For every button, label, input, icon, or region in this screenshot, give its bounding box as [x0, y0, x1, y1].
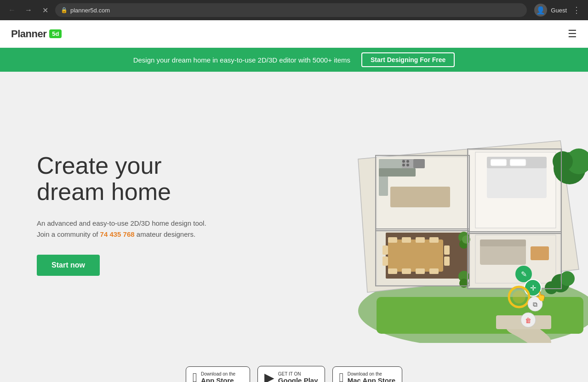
- svg-rect-24: [388, 268, 397, 274]
- lock-icon: 🔒: [61, 7, 68, 13]
- svg-point-48: [553, 151, 573, 171]
- hero-subtitle: An advanced and easy-to-use 2D/3D home d…: [37, 218, 216, 240]
- svg-rect-18: [390, 187, 450, 207]
- hero-image: 6,2 m 8 m 5,2 m 3,5 m ✎ ✛ ⧉: [285, 86, 588, 352]
- hero-subtitle-line2-prefix: Join a community of: [37, 230, 100, 238]
- logo-text: Planner: [11, 28, 46, 40]
- google-play-line2: Google Play: [278, 376, 318, 382]
- svg-point-14: [402, 160, 405, 163]
- svg-rect-12: [413, 159, 425, 168]
- promo-banner: Design your dream home in easy-to-use 2D…: [0, 48, 588, 72]
- hero-subtitle-line2-suffix: amateur designers.: [135, 230, 196, 238]
- svg-rect-36: [510, 159, 526, 166]
- svg-rect-10: [379, 159, 388, 196]
- hero-community-count: 74 435 768: [100, 230, 135, 238]
- browser-right-controls: 👤 Guest ⋮: [534, 3, 582, 17]
- svg-rect-26: [416, 268, 425, 274]
- svg-rect-23: [429, 237, 439, 243]
- svg-rect-28: [382, 245, 388, 255]
- browser-menu-button[interactable]: ⋮: [571, 3, 582, 17]
- mac-apple-icon: : [339, 371, 344, 382]
- svg-point-17: [406, 164, 409, 166]
- app-store-line2: App Store: [201, 376, 235, 382]
- site-nav: Planner 5d ☰: [0, 20, 588, 48]
- svg-point-15: [406, 160, 409, 163]
- svg-rect-30: [444, 245, 450, 255]
- svg-rect-25: [402, 268, 411, 274]
- svg-point-51: [545, 281, 558, 294]
- google-play-badge[interactable]: ▶ GET IT ON Google Play: [257, 366, 325, 382]
- svg-rect-39: [480, 239, 526, 246]
- svg-rect-35: [491, 159, 507, 166]
- close-button[interactable]: ✕: [39, 4, 51, 17]
- svg-rect-29: [382, 257, 388, 266]
- user-avatar[interactable]: 👤: [534, 4, 547, 17]
- hamburger-menu[interactable]: ☰: [568, 28, 577, 40]
- house-floorplan-svg: 6,2 m 8 m 5,2 m 3,5 m ✎ ✛ ⧉: [285, 86, 588, 343]
- svg-point-69: [513, 291, 525, 303]
- mac-app-store-badge[interactable]:  Download on the Mac App Store: [332, 366, 403, 382]
- svg-text:🗑: 🗑: [525, 317, 531, 324]
- forward-button[interactable]: →: [22, 4, 35, 17]
- svg-rect-11: [379, 168, 416, 177]
- app-store-line1: Download on the: [201, 371, 235, 376]
- mac-app-store-line2: Mac App Store: [348, 376, 395, 382]
- browser-chrome: ← → ✕ 🔒 planner5d.com 👤 Guest ⋮: [0, 0, 588, 20]
- svg-rect-1: [377, 297, 583, 334]
- google-play-line1: GET IT ON: [278, 371, 318, 376]
- guest-label: Guest: [551, 7, 567, 14]
- svg-point-16: [402, 164, 405, 166]
- svg-rect-40: [531, 246, 549, 260]
- svg-point-50: [560, 271, 575, 286]
- address-bar[interactable]: 🔒 planner5d.com: [55, 3, 527, 17]
- app-badges-section:  Download on the App Store ▶ GET IT ON …: [0, 357, 588, 382]
- promo-cta-button[interactable]: Start Designing For Free: [361, 52, 455, 67]
- svg-rect-31: [444, 257, 450, 266]
- hero-section: Create your dream home An advanced and e…: [0, 72, 588, 357]
- svg-rect-22: [416, 237, 425, 243]
- hero-title: Create your dream home: [37, 153, 216, 205]
- apple-icon: : [193, 371, 197, 382]
- mac-app-store-line1: Download on the: [348, 371, 395, 376]
- svg-rect-19: [388, 239, 443, 272]
- google-play-icon: ▶: [264, 370, 274, 382]
- start-now-button[interactable]: Start now: [37, 255, 100, 276]
- app-store-text: Download on the App Store: [201, 371, 235, 382]
- logo-badge: 5d: [49, 29, 62, 38]
- svg-text:👆: 👆: [535, 291, 547, 302]
- hero-content: Create your dream home An advanced and e…: [0, 125, 253, 303]
- svg-text:✎: ✎: [521, 270, 527, 278]
- svg-rect-20: [388, 237, 397, 243]
- url-text: planner5d.com: [70, 7, 110, 14]
- hero-subtitle-line1: An advanced and easy-to-use 2D/3D home d…: [37, 219, 206, 227]
- svg-rect-21: [402, 237, 411, 243]
- app-store-badge[interactable]:  Download on the App Store: [186, 366, 250, 382]
- svg-text:⧉: ⧉: [533, 301, 537, 308]
- logo[interactable]: Planner 5d: [11, 28, 62, 40]
- promo-text: Design your dream home in easy-to-use 2D…: [133, 56, 350, 64]
- google-play-text: GET IT ON Google Play: [278, 371, 318, 382]
- back-button[interactable]: ←: [6, 4, 18, 17]
- mac-app-store-text: Download on the Mac App Store: [348, 371, 395, 382]
- svg-rect-27: [429, 268, 439, 274]
